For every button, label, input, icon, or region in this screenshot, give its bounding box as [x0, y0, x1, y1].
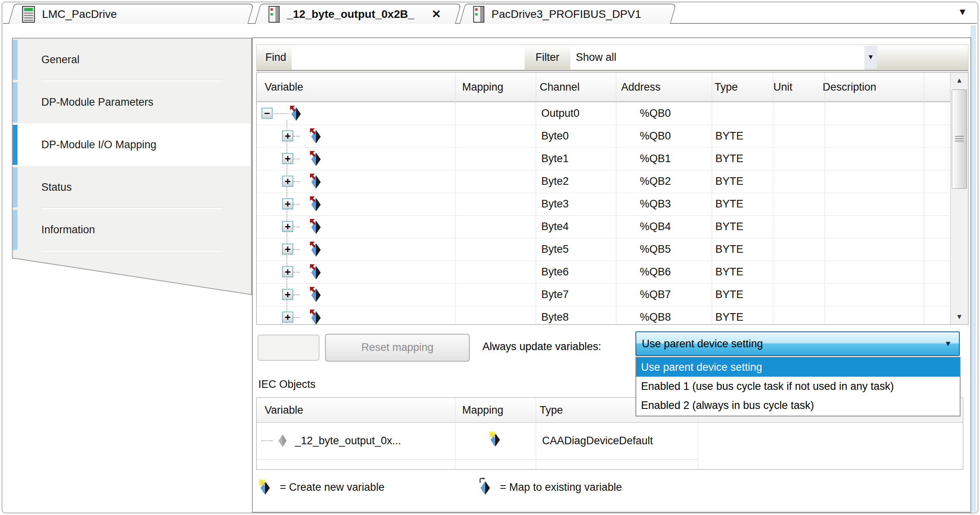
col-address[interactable]: Address	[621, 73, 660, 101]
table-row[interactable]: +Byte1%QB1BYTE	[257, 147, 951, 170]
table-row[interactable]: +Byte3%QB3BYTE	[257, 193, 951, 216]
column-divider	[455, 398, 455, 469]
create-new-variable-icon[interactable]	[489, 432, 501, 447]
variable-icon	[277, 434, 288, 448]
dropdown-option[interactable]: Enabled 2 (always in bus cycle task)	[636, 396, 960, 415]
sidebar-separator	[41, 80, 223, 81]
expand-icon[interactable]: +	[282, 176, 293, 187]
type-cell: BYTE	[715, 215, 744, 238]
tab-pacdrive3-profibus[interactable]: PacDrive3_PROFIBUS_DPV1	[459, 4, 677, 24]
table-row[interactable]: +Byte4%QB4BYTE	[257, 215, 951, 238]
table-row[interactable]: +Byte6%QB6BYTE	[257, 261, 951, 284]
tab-lmc-pacdrive[interactable]: LMC_PacDrive	[8, 4, 254, 24]
vertical-scrollbar[interactable]: ▲ ▼	[950, 73, 968, 324]
tab-accent-strip	[13, 167, 17, 207]
sidebar-item-status[interactable]: Status	[13, 166, 250, 209]
col-channel[interactable]: Channel	[540, 73, 580, 101]
sidebar-item-general[interactable]: General	[13, 39, 250, 81]
scroll-down-icon[interactable]: ▼	[951, 309, 968, 324]
column-divider	[536, 398, 536, 469]
sidebar-item-dp-module-io-mapping[interactable]: DP-Module I/O Mapping	[13, 124, 250, 166]
map-existing-variable-icon	[290, 106, 302, 122]
tree-connector	[273, 113, 289, 114]
filter-select[interactable]: Show all	[570, 45, 864, 70]
combo-dropdown-arrow-icon[interactable]: ▼	[944, 332, 952, 355]
address-cell: %QB6	[640, 261, 671, 283]
address-cell: %QB3	[640, 193, 671, 215]
unlabeled-button[interactable]	[258, 335, 320, 361]
col-mapping[interactable]: Mapping	[462, 73, 504, 101]
table-row[interactable]: +Byte2%QB2BYTE	[257, 170, 951, 193]
device-editor-sidebar: General DP-Module Parameters DP-Module I…	[12, 38, 252, 300]
expand-icon[interactable]: +	[282, 244, 293, 255]
expand-icon[interactable]: +	[282, 198, 293, 209]
col-unit[interactable]: Unit	[773, 73, 792, 101]
find-input[interactable]	[292, 45, 525, 70]
thumb-grip	[955, 136, 964, 142]
sidebar-item-label: DP-Module I/O Mapping	[41, 124, 157, 166]
io-mapping-table: Variable Mapping Channel Address Type Un…	[256, 72, 968, 325]
scrollbar-thumb[interactable]	[952, 89, 967, 189]
dropdown-option[interactable]: Use parent device setting	[636, 358, 960, 377]
expand-icon[interactable]: +	[282, 221, 293, 232]
channel-cell: Byte7	[541, 283, 569, 306]
always-update-select[interactable]: Use parent device setting ▼	[635, 331, 960, 356]
col-variable[interactable]: Variable	[265, 73, 303, 101]
channel-cell: Byte8	[541, 306, 569, 325]
always-update-dropdown-list: Use parent device settingEnabled 1 (use …	[635, 357, 961, 416]
col-mapping[interactable]: Mapping	[462, 398, 504, 422]
collapse-icon[interactable]: −	[261, 108, 273, 119]
channel-cell: Byte4	[541, 215, 569, 238]
tree-connector	[293, 227, 300, 227]
type-cell: BYTE	[715, 283, 744, 306]
table-row[interactable]: +Byte0%QB0BYTE	[257, 125, 951, 148]
col-type[interactable]: Type	[540, 398, 563, 422]
scroll-up-icon[interactable]: ▲	[951, 73, 968, 88]
sidebar-item-information[interactable]: Information	[13, 209, 250, 251]
sidebar-item-dp-module-parameters[interactable]: DP-Module Parameters	[13, 81, 250, 124]
expand-icon[interactable]: +	[282, 153, 293, 164]
io-mapping-panel: Find Filter Show all ▼ Variable Mapping …	[252, 37, 971, 513]
map-existing-variable-icon	[478, 478, 492, 496]
tab-accent-strip	[13, 210, 17, 250]
address-cell: %QB0	[640, 125, 671, 147]
address-cell: %QB0	[640, 102, 671, 125]
map-existing-variable-icon	[310, 196, 322, 212]
channel-cell: Byte6	[541, 261, 569, 283]
expand-icon[interactable]: +	[282, 130, 293, 141]
find-label: Find	[260, 45, 292, 70]
tab-accent-strip	[13, 82, 17, 122]
reset-mapping-button[interactable]: Reset mapping	[325, 334, 470, 362]
tab-close-icon[interactable]: ✕	[432, 8, 441, 21]
iec-variable-name[interactable]: _12_byte_output_0x...	[295, 430, 401, 452]
sidebar-item-label: DP-Module Parameters	[41, 81, 153, 124]
table-row[interactable]: +Byte7%QB7BYTE	[257, 283, 951, 306]
table-row[interactable]: −Output0%QB0	[257, 102, 951, 125]
filter-dropdown-arrow-icon[interactable]: ▼	[864, 46, 877, 69]
col-variable[interactable]: Variable	[265, 398, 303, 422]
window-right-strip	[971, 25, 976, 512]
col-type[interactable]: Type	[715, 73, 738, 101]
expand-icon[interactable]: +	[282, 312, 293, 323]
map-existing-variable-icon	[310, 242, 322, 258]
always-update-label: Always update variables:	[482, 334, 601, 359]
tab-list-dropdown-icon[interactable]: ▼	[958, 6, 967, 17]
type-cell: BYTE	[715, 125, 744, 147]
table-row[interactable]: +Byte5%QB5BYTE	[257, 238, 951, 261]
iec-type-value: CAADiagDeviceDefault	[542, 430, 653, 452]
tab-accent-strip	[13, 40, 17, 80]
expand-icon[interactable]: +	[282, 266, 293, 277]
tab-12-byte-output[interactable]: _12_byte_output_0x2B_ ✕	[255, 4, 462, 24]
channel-cell: Byte3	[541, 193, 569, 215]
sidebar-separator	[41, 250, 223, 252]
expand-icon[interactable]: +	[282, 289, 293, 300]
channel-cell: Byte0	[541, 125, 569, 147]
table-row[interactable]: +Byte8%QB8BYTE	[257, 306, 951, 325]
dropdown-option[interactable]: Enabled 1 (use bus cycle task if not use…	[636, 377, 960, 396]
sidebar-item-label: General	[41, 39, 79, 81]
sidebar-separator	[41, 208, 223, 209]
tree-connector	[293, 204, 300, 205]
type-cell: BYTE	[715, 193, 744, 215]
col-description[interactable]: Description	[823, 73, 876, 101]
plc-controller-icon	[22, 6, 35, 23]
